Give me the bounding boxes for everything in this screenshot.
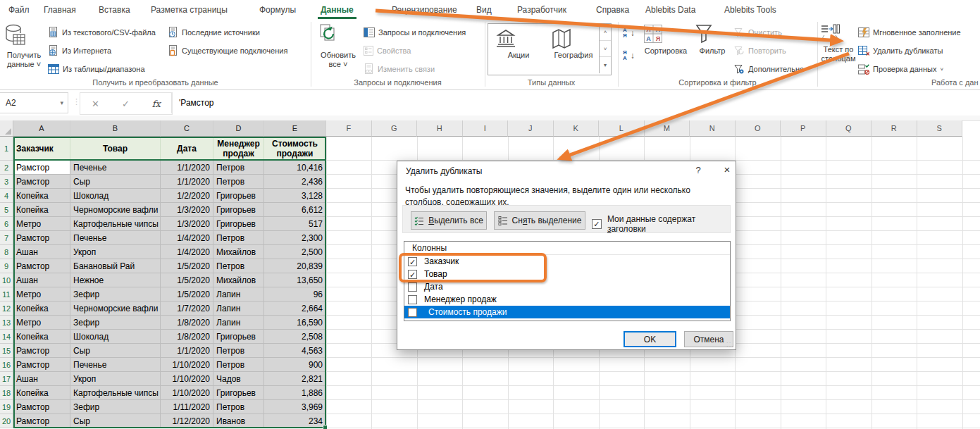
cancel-entry-icon[interactable]: ✕ [92,99,99,109]
fill-handle[interactable] [323,425,328,429]
refresh-all-button[interactable]: Обновить все ˅ [317,23,359,69]
table-cell[interactable]: Лапин [213,301,264,316]
table-cell[interactable]: Метро [13,287,70,301]
table-cell[interactable]: 234 [264,414,326,428]
table-cell[interactable]: 517 [264,217,326,231]
table-cell[interactable]: Копейка [13,330,70,344]
table-cell[interactable]: 4,563 [264,344,326,358]
table-cell[interactable]: Рамстор [13,358,70,372]
checkbox-checked-icon[interactable]: ✓ [592,219,602,229]
tab-pagelayout[interactable]: Разметка страницы [151,0,228,19]
table-header-cell[interactable]: Дата [161,137,213,161]
column-header-D[interactable]: D [213,120,264,137]
row-header-7[interactable]: 7 [0,231,13,245]
row-header-12[interactable]: 12 [0,301,13,316]
row-header-19[interactable]: 19 [0,400,13,414]
from-csv-button[interactable]: Из текстового/CSV-файла [48,25,156,39]
table-cell[interactable]: 2,300 [264,231,326,245]
row-header-15[interactable]: 15 [0,344,13,358]
table-cell[interactable]: Григорьев [213,217,264,231]
table-cell[interactable]: 1/3/2020 [161,217,213,231]
column-header-O[interactable]: O [736,120,781,137]
table-cell[interactable]: 10,416 [264,161,326,175]
row-header-3[interactable]: 3 [0,175,13,189]
table-cell[interactable]: Ашан [13,372,70,386]
table-cell[interactable]: Рамстор [13,161,70,175]
table-header-cell[interactable]: Менеджер продаж [213,137,264,161]
table-cell[interactable]: Петров [213,259,264,273]
text-to-columns-button[interactable]: Текст по столбцам [820,23,857,63]
table-cell[interactable]: Черноморские вафли [70,203,161,217]
dialog-column-item[interactable]: Стоимость продажи [404,306,730,318]
column-header-I[interactable]: I [463,120,509,137]
table-header-cell[interactable]: Заказчик [13,137,70,161]
insert-function-icon[interactable]: fx [152,99,161,109]
from-web-button[interactable]: Из Интернета [48,44,111,58]
geography-button[interactable]: География [549,27,598,59]
table-cell[interactable]: Иванов [213,414,264,428]
table-cell[interactable]: Зефир [70,316,161,330]
dialog-column-item[interactable]: Менеджер продаж [404,293,730,306]
table-cell[interactable]: 1/8/2020 [161,330,213,344]
recent-sources-button[interactable]: Последние источники [168,25,260,39]
table-cell[interactable]: 1/1/2020 [161,175,213,189]
dialog-column-item[interactable]: ✓Товар [404,268,730,280]
remove-duplicates-button[interactable]: × Удалить дубликаты [858,44,943,58]
my-data-has-headers-checkbox[interactable]: ✓ Мои данные содержат заголовки [592,214,736,234]
tab-home[interactable]: Главная [44,0,76,19]
table-cell[interactable]: 16,590 [264,316,326,330]
table-cell[interactable]: Рамстор [13,231,70,245]
table-cell[interactable]: Сыр [70,344,161,358]
column-header-P[interactable]: P [781,120,826,137]
gallery-scrollbar[interactable]: ˄ ˅ ▾ [599,24,611,73]
columns-listbox[interactable]: Колонны ✓Заказчик✓ТоварДатаМенеджер прод… [404,241,731,321]
table-cell[interactable]: 1/8/2020 [161,316,213,330]
queries-connections-button[interactable]: Запросы и подключения [364,25,466,39]
row-header-20[interactable]: 20 [0,414,13,428]
dialog-help-button[interactable]: ? [692,165,705,178]
row-header-1[interactable]: 1 [0,137,13,161]
column-header-G[interactable]: G [372,120,418,137]
tab-view[interactable]: Вид [476,0,492,19]
row-header-11[interactable]: 11 [0,287,13,301]
table-cell[interactable]: Петров [213,400,264,414]
filter-button[interactable]: Фильтр [694,23,731,56]
table-cell[interactable]: 2,821 [264,372,326,386]
table-cell[interactable]: Метро [13,316,70,330]
stocks-button[interactable]: Акции [494,27,543,59]
checkbox-checked-icon[interactable]: ✓ [408,270,417,279]
table-cell[interactable]: Копейка [13,203,70,217]
tab-review[interactable]: Рецензирование [392,0,457,19]
table-cell[interactable]: Рамстор [13,414,70,428]
row-header-5[interactable]: 5 [0,203,13,217]
row-header-14[interactable]: 14 [0,330,13,344]
from-table-range-button[interactable]: Из таблицы/диапазона [48,62,145,76]
table-cell[interactable]: Укроп [70,245,161,259]
tab-data[interactable]: Данные [321,0,354,19]
column-header-M[interactable]: M [645,120,690,137]
table-cell[interactable]: Петров [213,231,264,245]
table-header-cell[interactable]: Товар [70,137,161,161]
dialog-close-icon[interactable]: × [720,163,734,178]
table-cell[interactable]: Григорьев [213,203,264,217]
table-cell[interactable]: Нежное [70,273,161,287]
table-cell[interactable]: Банановый Рай [70,259,161,273]
table-cell[interactable]: 1/10/2020 [161,358,213,372]
table-cell[interactable]: Зефир [70,287,161,301]
select-all-corner[interactable] [0,120,13,137]
table-cell[interactable]: 1/1/2020 [161,161,213,175]
table-cell[interactable]: 2,500 [264,245,326,259]
table-cell[interactable]: 20,839 [264,259,326,273]
table-cell[interactable]: 1/4/2020 [161,231,213,245]
table-cell[interactable]: Сыр [70,175,161,189]
table-cell[interactable]: Григорьев [213,189,264,203]
name-box[interactable]: A2 ▾ [0,92,68,113]
table-cell[interactable]: Метро [13,217,70,231]
table-cell[interactable]: 13,650 [264,273,326,287]
row-header-18[interactable]: 18 [0,386,13,400]
column-header-E[interactable]: E [264,120,326,137]
table-cell[interactable]: 2,436 [264,175,326,189]
table-cell[interactable]: Печенье [70,231,161,245]
table-cell[interactable]: 1/5/2020 [161,287,213,301]
table-cell[interactable]: Картофельные чипсы [70,386,161,400]
